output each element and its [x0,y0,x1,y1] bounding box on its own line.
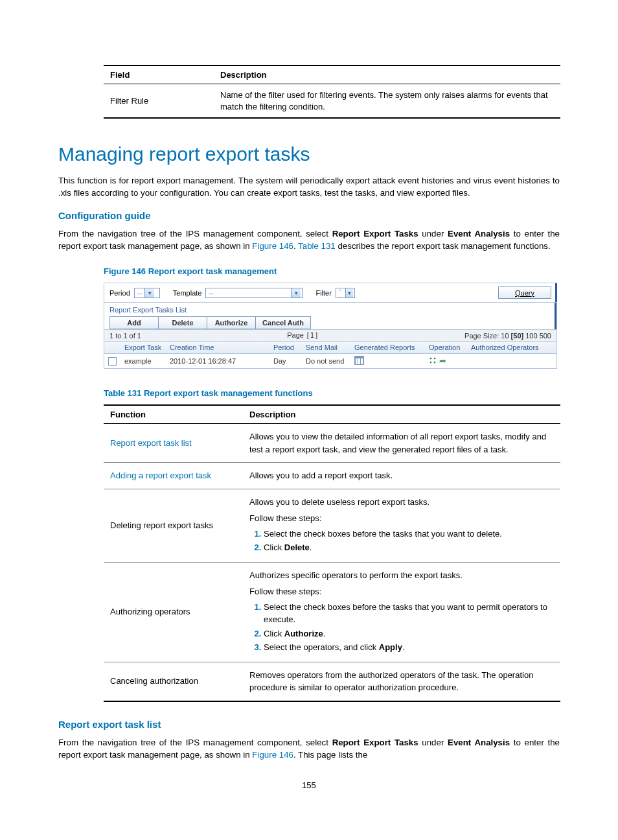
filter-label: Filter [315,289,331,297]
th-send-mail[interactable]: Send Mail [302,342,350,354]
cell-field: Filter Rule [104,84,214,119]
th-function: Function [104,405,243,424]
step: Select the check boxes before the tasks … [264,601,554,626]
table-row: Authorizing operators Authorizes specifi… [104,562,560,662]
th-field: Field [104,65,214,84]
table-row: Adding a report export task Allows you t… [104,463,560,489]
step: Select the check boxes before the tasks … [264,528,554,541]
table-row: Filter Rule Name of the filter used for … [104,84,560,119]
cell-mail: Do not send [302,354,350,369]
cell-generated[interactable] [350,354,425,369]
table-row: Canceling authorization Removes operator… [104,662,560,701]
cell-operation: ➦ [425,354,467,369]
figure-146: Period -- ▾ Template -- ▾ Filter -- ▾ Qu… [104,283,557,369]
pager-range: 1 to 1 of 1 [109,332,141,340]
heading-report-export-task-list: Report export task list [58,719,560,730]
list-paragraph: From the navigation tree of the IPS mana… [58,736,560,762]
figure-caption: Figure 146 Report export task management [104,266,560,276]
chevron-down-icon: ▾ [144,288,154,298]
link-figure-146[interactable]: Figure 146 [252,241,293,251]
cell-desc: Allows you to view the detailed informat… [243,424,560,463]
pager-center: Page [1] [141,331,464,340]
table-131: Function Description Report export task … [104,404,560,702]
th-operation[interactable]: Operation [425,342,467,354]
authorize-button[interactable]: Authorize [207,316,256,329]
link-table-131[interactable]: Table 131 [298,241,336,251]
pager-size: Page Size: 10 [50] 100 500 [464,332,551,340]
heading-h1: Managing report export tasks [58,143,560,165]
add-button[interactable]: Add [109,316,159,329]
table-row: example 2010-12-01 16:28:47 Day Do not s… [104,354,557,369]
th-creation-time[interactable]: Creation Time [166,342,269,354]
link-report-export-task-list[interactable]: Report export task list [110,438,192,448]
table-row: Deleting report export tasks Allows you … [104,489,560,562]
step: Select the operators, and click Apply. [264,641,554,654]
list-title: Report Export Tasks List [109,306,551,314]
link-adding-task[interactable]: Adding a report export task [110,471,211,480]
cell-task-name[interactable]: example [120,354,166,369]
field-description-table: Field Description Filter Rule Name of th… [104,65,560,119]
query-button[interactable]: Query [498,286,551,299]
cell-func: Canceling authorization [104,662,243,701]
cell-desc: Allows you to delete useless report expo… [243,489,560,562]
link-figure-146-b[interactable]: Figure 146 [252,750,293,760]
figure-data-table: Export Task Creation Time Period Send Ma… [104,342,557,369]
row-checkbox[interactable] [108,357,117,366]
cell-func: Deleting report export tasks [104,489,243,562]
step: Click Authorize. [264,627,554,640]
intro-paragraph: This function is for report export manag… [58,174,560,200]
th-generated-reports[interactable]: Generated Reports [350,342,425,354]
cell-desc: Name of the filter used for filtering ev… [214,84,560,119]
cell-auth-ops [467,354,557,369]
chevron-down-icon: ▾ [345,288,353,298]
th-checkbox [104,342,121,354]
cell-desc: Removes operators from the authorized op… [243,662,560,701]
run-icon[interactable]: ➦ [439,356,446,365]
cell-desc: Authorizes specific operators to perform… [243,562,560,662]
step: Click Delete. [264,541,554,554]
cell-desc: Allows you to add a report export task. [243,463,560,489]
th-description: Description [243,405,560,424]
cancel-auth-button[interactable]: Cancel Auth [255,316,311,329]
cell-func: Authorizing operators [104,562,243,662]
page-number: 155 [58,780,560,790]
th-period[interactable]: Period [269,342,302,354]
period-label: Period [109,289,130,297]
filter-select[interactable]: -- ▾ [336,288,355,298]
table-row: Report export task list Allows you to vi… [104,424,560,463]
delete-button[interactable]: Delete [158,316,207,329]
heading-config-guide: Configuration guide [58,210,560,221]
cell-period: Day [269,354,302,369]
th-auth-operators[interactable]: Authorized Operators [467,342,557,354]
figure-pager: 1 to 1 of 1 Page [1] Page Size: 10 [50] … [104,330,557,342]
figure-toolbar: Period -- ▾ Template -- ▾ Filter -- ▾ Qu… [104,283,557,303]
chevron-down-icon: ▾ [291,288,301,298]
calendar-icon [354,356,364,365]
cell-ctime: 2010-12-01 16:28:47 [166,354,269,369]
detail-icon[interactable] [429,356,437,364]
th-export-task[interactable]: Export Task [120,342,166,354]
template-label: Template [173,289,202,297]
table-131-caption: Table 131 Report export task management … [104,388,560,398]
template-select[interactable]: -- ▾ [205,288,303,298]
th-desc: Description [214,65,560,84]
figure-list-area: Report Export Tasks List Add Delete Auth… [104,303,557,330]
config-paragraph: From the navigation tree of the IPS mana… [58,228,560,253]
period-select[interactable]: -- ▾ [134,288,160,298]
